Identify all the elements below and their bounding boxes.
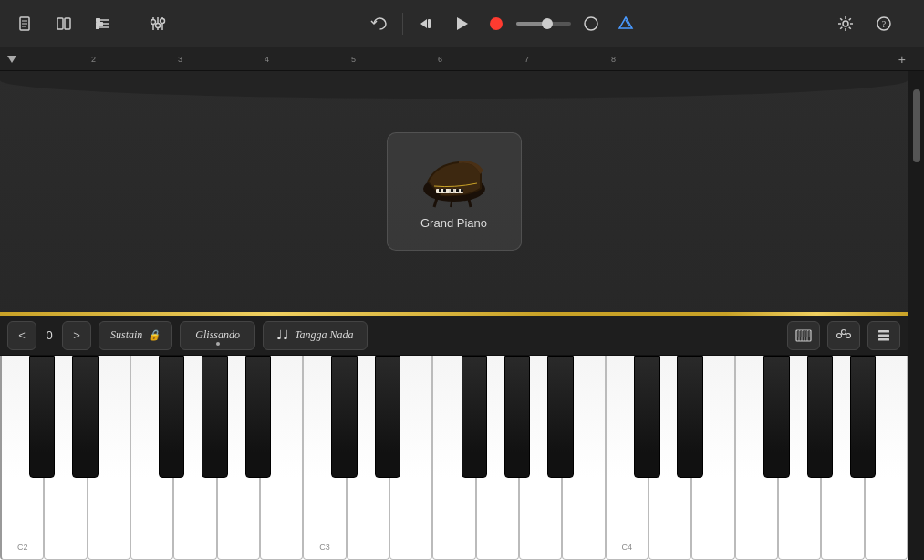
new-button[interactable] xyxy=(11,9,40,38)
octave-control: < 0 > xyxy=(7,321,91,350)
svg-point-15 xyxy=(151,19,156,24)
divider-1 xyxy=(130,13,130,35)
black-key[interactable] xyxy=(462,356,487,478)
svg-line-56 xyxy=(841,333,842,334)
tracks-area: Grand Piano < 0 > Sustain 🔒 Glissando ♩♩ xyxy=(0,71,908,560)
svg-rect-11 xyxy=(96,26,99,29)
toolbar-right: ? xyxy=(831,9,913,38)
help-button[interactable]: ? xyxy=(869,9,898,38)
instrument-card[interactable]: Grand Piano xyxy=(387,132,522,251)
svg-rect-60 xyxy=(878,338,889,341)
svg-text:?: ? xyxy=(882,19,887,29)
black-key[interactable] xyxy=(331,356,357,478)
piano-keyboard[interactable]: C2C3C4 xyxy=(0,356,908,560)
toolbar-left xyxy=(11,9,172,38)
settings-button[interactable] xyxy=(831,9,860,38)
sustain-button[interactable]: Sustain 🔒 xyxy=(99,321,172,350)
ruler-plus-button[interactable]: + xyxy=(898,52,906,67)
playhead-arrow xyxy=(7,56,16,63)
black-key[interactable] xyxy=(504,356,530,478)
black-key[interactable] xyxy=(547,356,573,478)
black-key[interactable] xyxy=(375,356,400,478)
black-key[interactable] xyxy=(634,356,659,478)
glissando-label: Glissando xyxy=(195,328,240,342)
divider-2 xyxy=(402,13,403,35)
ruler-tick-4: 4 xyxy=(265,55,269,64)
key-label: C2 xyxy=(17,543,28,552)
piano-view-button[interactable] xyxy=(787,321,820,350)
instrument-name: Grand Piano xyxy=(420,216,487,230)
glissando-button[interactable]: Glissando xyxy=(180,321,255,350)
svg-rect-5 xyxy=(65,18,70,29)
tangga-nada-button[interactable]: ♩♩ Tangga Nada xyxy=(263,321,368,350)
arp-button[interactable] xyxy=(867,321,900,350)
svg-marker-18 xyxy=(420,19,427,28)
ruler-tick-6: 6 xyxy=(438,55,442,64)
svg-rect-51 xyxy=(806,330,808,337)
metronome-button[interactable] xyxy=(611,9,640,38)
transport-group xyxy=(364,9,640,38)
ruler-tick-3: 3 xyxy=(178,55,182,64)
tuner-button[interactable] xyxy=(576,9,606,38)
svg-point-16 xyxy=(156,23,161,27)
record-button[interactable] xyxy=(482,9,511,38)
svg-rect-41 xyxy=(456,189,459,192)
svg-rect-19 xyxy=(428,19,431,28)
svg-rect-42 xyxy=(461,189,463,192)
svg-rect-49 xyxy=(801,330,803,337)
svg-rect-40 xyxy=(451,189,453,192)
music-notes-icon: ♩♩ xyxy=(276,327,289,343)
instrument-area: Grand Piano xyxy=(0,71,908,312)
tangga-nada-label: Tangga Nada xyxy=(295,328,354,342)
key-label: C4 xyxy=(621,543,632,552)
svg-rect-50 xyxy=(804,330,805,337)
svg-rect-58 xyxy=(878,330,889,333)
tracks-button[interactable] xyxy=(88,9,117,38)
svg-rect-4 xyxy=(57,18,63,29)
ruler-tick-2: 2 xyxy=(91,55,96,64)
view-toggle-button[interactable] xyxy=(49,9,78,38)
rewind-button[interactable] xyxy=(412,9,441,38)
sustain-label: Sustain xyxy=(110,328,142,342)
piano-image xyxy=(418,154,491,209)
black-key[interactable] xyxy=(850,356,876,478)
key-label: C3 xyxy=(319,543,330,552)
chord-button[interactable] xyxy=(827,321,860,350)
svg-rect-10 xyxy=(96,22,103,26)
toolbar: ? xyxy=(0,0,924,47)
svg-rect-39 xyxy=(443,189,446,192)
svg-point-55 xyxy=(846,333,851,337)
svg-point-21 xyxy=(490,17,503,30)
black-key[interactable] xyxy=(677,356,702,478)
ruler-tick-8: 8 xyxy=(611,55,616,64)
svg-rect-48 xyxy=(798,330,800,337)
octave-prev-button[interactable]: < xyxy=(7,321,36,350)
svg-point-53 xyxy=(837,333,842,337)
svg-rect-59 xyxy=(878,334,889,337)
volume-slider[interactable] xyxy=(516,22,571,26)
svg-rect-38 xyxy=(439,189,441,192)
svg-marker-20 xyxy=(457,17,468,30)
right-scrollbar xyxy=(908,71,924,560)
black-key[interactable] xyxy=(807,356,833,478)
glissando-dot xyxy=(216,342,220,346)
octave-next-button[interactable]: > xyxy=(62,321,91,350)
undo-button[interactable] xyxy=(364,9,393,38)
black-key[interactable] xyxy=(159,356,184,478)
keyboard-controls: < 0 > Sustain 🔒 Glissando ♩♩ Tangga Nada xyxy=(0,316,908,356)
ruler-tick-5: 5 xyxy=(351,55,356,64)
ruler-tick-7: 7 xyxy=(524,55,529,64)
svg-rect-9 xyxy=(96,18,100,22)
playhead[interactable] xyxy=(7,56,16,63)
svg-point-17 xyxy=(161,18,165,23)
play-button[interactable] xyxy=(447,9,476,38)
black-key[interactable] xyxy=(763,356,789,478)
scrollbar-thumb[interactable] xyxy=(913,89,920,162)
svg-marker-23 xyxy=(619,17,632,28)
octave-value: 0 xyxy=(40,328,58,342)
black-key[interactable] xyxy=(202,356,227,478)
black-key[interactable] xyxy=(72,356,98,478)
black-key[interactable] xyxy=(245,356,271,478)
black-key[interactable] xyxy=(29,356,55,478)
mixer-button[interactable] xyxy=(143,9,172,38)
